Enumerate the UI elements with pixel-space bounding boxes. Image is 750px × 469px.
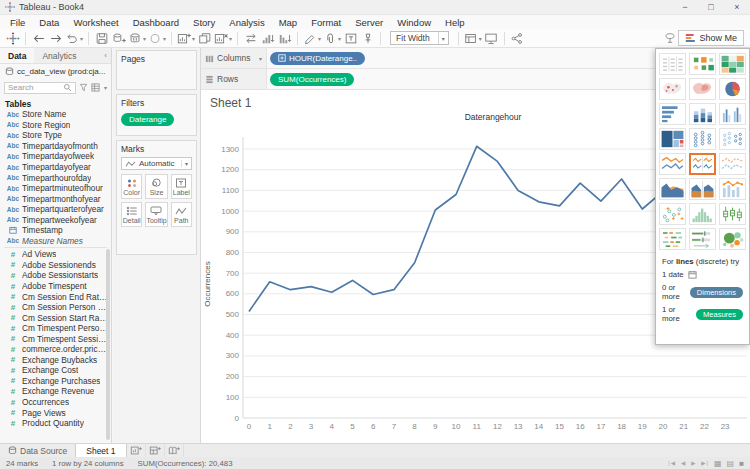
field-product-quantity[interactable]: #Product Quantity — [0, 418, 111, 429]
columns-caret-icon[interactable]: ▾ — [259, 55, 262, 62]
showme-dual-combination-thumb[interactable] — [719, 178, 746, 200]
field-adobe-sessionstarts[interactable]: #Adobe Sessionstarts — [0, 270, 111, 281]
mark-type-dropdown[interactable]: Automatic ▾ — [121, 157, 192, 170]
sort-ascending-button[interactable] — [259, 30, 276, 47]
showme-circle-views-thumb[interactable] — [689, 128, 716, 150]
tab-sheet-1[interactable]: Sheet 1 — [75, 444, 126, 457]
collapse-pane-icon[interactable]: ‹ — [100, 48, 111, 63]
showme-side-by-side-bars-thumb[interactable] — [719, 103, 746, 125]
tab-nav-icon-0[interactable]: |◀ — [668, 460, 676, 466]
field-adobe-sessionends[interactable]: #Adobe Sessionends — [0, 260, 111, 271]
back-button[interactable] — [30, 30, 47, 47]
tab-nav-icon-2[interactable]: ▶ — [691, 460, 696, 466]
pages-shelf[interactable]: Pages — [116, 50, 197, 90]
close-button[interactable]: × — [724, 0, 750, 14]
clear-sheet-button[interactable]: ▾ — [213, 30, 233, 47]
tab-data[interactable]: Data — [0, 48, 34, 63]
showme-stacked-bars-thumb[interactable] — [689, 103, 716, 125]
show-mark-labels-button[interactable] — [342, 30, 359, 47]
field-adobe-timespent[interactable]: #Adobe Timespent — [0, 281, 111, 292]
marks-color-button[interactable]: Color — [121, 174, 142, 199]
showme-horizontal-bars-thumb[interactable] — [659, 103, 686, 125]
marks-detail-button[interactable]: Detail — [121, 202, 142, 227]
field-timepartdayofyear[interactable]: AbcTimepartdayofyear — [0, 162, 111, 173]
field-timeparthourofday[interactable]: AbcTimeparthourofday — [0, 172, 111, 183]
auto-update-button[interactable]: ▾ — [147, 30, 167, 47]
showme-scatter-plot-thumb[interactable] — [659, 203, 686, 225]
swap-axes-button[interactable] — [242, 30, 259, 47]
showme-gantt-thumb[interactable] — [659, 228, 686, 250]
minimize-button[interactable]: − — [672, 0, 698, 14]
new-dashboard-tab-button[interactable] — [146, 444, 165, 457]
pill-hour-daterange[interactable]: HOUR(Daterange.. — [270, 52, 365, 65]
full-view-icon[interactable]: ■ — [739, 459, 744, 468]
menu-data[interactable]: Data — [32, 15, 66, 29]
show-hide-cards-button[interactable]: ▾ — [463, 30, 483, 47]
search-input[interactable]: Search — [4, 82, 76, 94]
marks-label-button[interactable]: Label — [171, 174, 192, 199]
maximize-button[interactable]: □ — [698, 0, 724, 14]
showme-lines-continuous-thumb[interactable] — [659, 153, 686, 175]
field-cm-timespent-session[interactable]: #Cm Timespent Session... — [0, 333, 111, 344]
field-timestamp[interactable]: Timestamp — [0, 225, 111, 236]
showme-side-by-side-circles-thumb[interactable] — [719, 128, 746, 150]
fix-axes-button[interactable] — [359, 30, 376, 47]
showme-histogram-thumb[interactable] — [689, 203, 716, 225]
showme-symbol-map-thumb[interactable] — [659, 78, 686, 100]
field-timepartmonthofyear[interactable]: AbcTimepartmonthofyear — [0, 193, 111, 204]
field-exchange-revenue[interactable]: #Exchange Revenue — [0, 386, 111, 397]
showme-heat-map-thumb[interactable] — [689, 53, 716, 75]
forward-button[interactable] — [47, 30, 64, 47]
showme-area-discrete-thumb[interactable] — [689, 178, 716, 200]
menu-server[interactable]: Server — [348, 15, 390, 29]
showme-bullet-graphs-thumb[interactable] — [689, 228, 716, 250]
field-exchange-buybacks[interactable]: #Exchange Buybacks — [0, 355, 111, 366]
field-cm-session-start-rate[interactable]: #Cm Session Start Rate ... — [0, 312, 111, 323]
showme-dual-lines-thumb[interactable] — [719, 153, 746, 175]
undo-button[interactable]: ▾ — [64, 30, 84, 47]
new-worksheet-tab-button[interactable] — [127, 444, 146, 457]
pill-sum-occurrences[interactable]: SUM(Occurrences) — [270, 73, 354, 86]
showme-area-continuous-thumb[interactable] — [659, 178, 686, 200]
showme-text-table-thumb[interactable] — [659, 53, 686, 75]
group-button[interactable]: ▾ — [322, 30, 342, 47]
menu-story[interactable]: Story — [186, 15, 222, 29]
field-occurrences[interactable]: #Occurrences — [0, 397, 111, 408]
field-exchange-cost[interactable]: #Exchange Cost — [0, 365, 111, 376]
field-timepartminuteofhour[interactable]: AbcTimepartminuteofhour — [0, 183, 111, 194]
filters-shelf[interactable]: Filters Daterange — [116, 94, 197, 136]
tableau-logo-button[interactable] — [4, 30, 21, 47]
menu-window[interactable]: Window — [390, 15, 438, 29]
field-timepartweekofyear[interactable]: AbcTimepartweekofyear — [0, 214, 111, 225]
tooltip-balloon-button[interactable] — [661, 30, 678, 47]
field-store-name[interactable]: AbcStore Name — [0, 109, 111, 120]
field-ad-views[interactable]: #Ad Views — [0, 249, 111, 260]
field-timepartdayofweek[interactable]: AbcTimepartdayofweek — [0, 151, 111, 162]
field-commerce-order-price[interactable]: #commerce.order.price... — [0, 344, 111, 355]
presentation-mode-button[interactable] — [483, 30, 500, 47]
duplicate-sheet-button[interactable] — [196, 30, 213, 47]
sheet-sorter-icon[interactable]: ▦ — [714, 459, 722, 468]
save-button[interactable] — [93, 30, 110, 47]
show-me-button[interactable]: Show Me — [678, 30, 744, 46]
menu-dashboard[interactable]: Dashboard — [126, 15, 186, 29]
tab-analytics[interactable]: Analytics — [34, 48, 84, 63]
showme-box-and-whisker-thumb[interactable] — [719, 203, 746, 225]
datasource-button[interactable]: ▾ — [127, 30, 147, 47]
highlight-button[interactable]: ▾ — [302, 30, 322, 47]
showme-lines-discrete-thumb[interactable] — [689, 153, 716, 175]
showme-pie-chart-thumb[interactable] — [719, 78, 746, 100]
field-cm-session-end-rate[interactable]: #Cm Session End Rate ... — [0, 291, 111, 302]
field-store-region[interactable]: AbcStore Region — [0, 120, 111, 131]
field-timepartquarterofyear[interactable]: AbcTimepartquarterofyear — [0, 204, 111, 215]
field-exchange-purchases[interactable]: #Exchange Purchases — [0, 376, 111, 387]
scrollbar[interactable] — [106, 249, 110, 439]
menu-worksheet[interactable]: Worksheet — [66, 15, 125, 29]
datasource-row[interactable]: cc_data_view (prod:cja... — [0, 64, 111, 79]
field-page-views[interactable]: #Page Views — [0, 407, 111, 418]
field-timepartdayofmonth[interactable]: AbcTimepartdayofmonth — [0, 141, 111, 152]
new-worksheet-button[interactable]: ▾ — [176, 30, 196, 47]
share-button[interactable] — [509, 30, 526, 47]
view-options-icon[interactable] — [91, 83, 100, 92]
menu-help[interactable]: Help — [438, 15, 472, 29]
